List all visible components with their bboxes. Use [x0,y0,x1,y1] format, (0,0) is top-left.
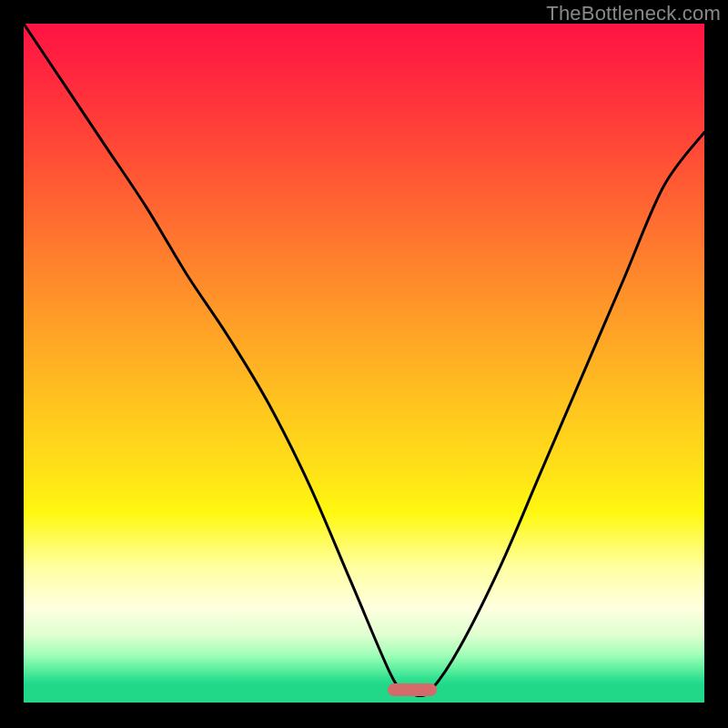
background-gradient [24,24,704,703]
frame-right [704,0,728,728]
watermark-text: TheBottleneck.com [546,2,721,25]
optimal-marker [388,683,437,696]
frame-bottom [0,703,728,728]
frame-left [0,0,24,728]
chart-stage: TheBottleneck.com [0,0,728,728]
